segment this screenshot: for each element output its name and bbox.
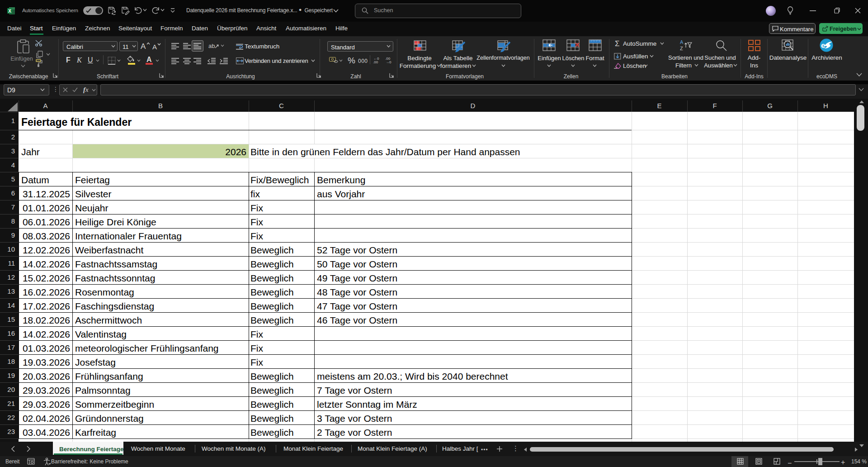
svg-text:A: A — [680, 39, 684, 45]
svg-text:.00: .00 — [373, 60, 378, 64]
svg-text:ab: ab — [208, 43, 215, 49]
svg-text:→0: →0 — [386, 60, 392, 64]
svg-text:Z: Z — [680, 46, 683, 51]
svg-text:X: X — [8, 9, 11, 14]
svg-text:e: e — [821, 41, 825, 50]
